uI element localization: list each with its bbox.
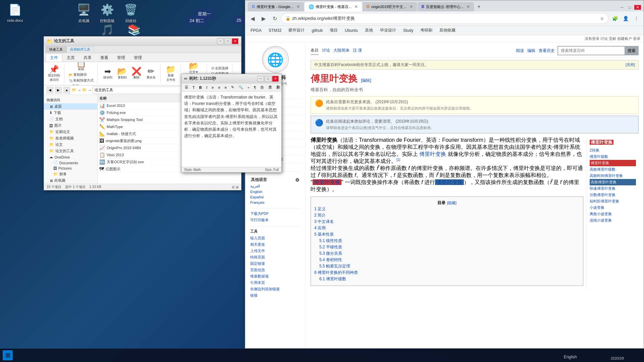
select-all-button[interactable]: ☑ 全部选择 [210, 66, 229, 71]
desktop-icon-mypc[interactable]: 🖥️ 此电脑 [74, 2, 94, 23]
sidebar-item-videos[interactable]: 📁 发老师视频 [44, 135, 97, 141]
right-link-10[interactable]: 离散小波变换 [590, 211, 636, 217]
print-button[interactable]: 可打印版本 [250, 217, 300, 223]
sidebar-link-7[interactable]: 维基数据项 [250, 273, 300, 280]
sidebar-item-pictures[interactable]: 🖼 图片 [44, 122, 97, 129]
toc-item-5-3[interactable]: 5.3 微分关系 [314, 250, 580, 257]
te-maximize-button[interactable]: □ [265, 76, 271, 82]
sidebar-item-thispc[interactable]: 🖥 此电脑 [44, 177, 97, 184]
paste-button[interactable]: 📋 粘贴 [74, 62, 88, 72]
lang-english[interactable]: English [250, 189, 300, 194]
bm-study[interactable]: Study [400, 27, 416, 34]
bm-project[interactable]: 项目 [327, 27, 340, 34]
ribbon-tab-view[interactable]: 查看 [96, 54, 113, 62]
te-edit-button[interactable]: ✎ [229, 84, 236, 90]
copy-path-button[interactable]: 📂 复制路径 [68, 72, 95, 77]
right-link-6[interactable]: 快速傅里叶变换 [590, 185, 636, 192]
toc-item-5-5[interactable]: 5.5 帕塞瓦尔定理 [314, 263, 580, 269]
desktop-icon-controlpanel[interactable]: ⚙️ 控制面板 [97, 2, 117, 23]
toc-item-1[interactable]: 1 定义 [314, 206, 580, 212]
pdf-button[interactable]: 下载为PDF [250, 210, 300, 217]
sidebar-link-5[interactable]: 固定链接 [250, 260, 300, 267]
tab-article[interactable]: 条目 [311, 47, 319, 55]
tab-lang[interactable]: 汉 漢 [353, 47, 362, 55]
back-button[interactable]: ◀ [47, 87, 53, 94]
te-div-button[interactable]: ÷ [246, 85, 251, 90]
browser-tab-baidu[interactable]: B 百度智能云-管理中心... ✕ [418, 2, 474, 11]
ribbon-tab-manage2[interactable]: 管理 [129, 54, 146, 62]
google-tab-close[interactable]: ✕ [297, 4, 300, 9]
pin-button[interactable]: 📌 固定到快速访问 [47, 65, 61, 83]
new-tab-button[interactable]: + [475, 2, 483, 11]
toc-item-5[interactable]: 5 基本性质 [314, 231, 580, 238]
te-para-button[interactable]: ¶ [252, 85, 258, 90]
bm-fpga[interactable]: FPGA [248, 27, 264, 34]
start-button[interactable]: ⊞ [3, 350, 13, 360]
sidebar-item-documents[interactable]: 📄 文档 [44, 116, 97, 122]
extensions-button[interactable]: 🧩 [610, 14, 620, 23]
browser-minimize[interactable]: ─ [619, 5, 625, 10]
close-button[interactable]: ✕ [232, 38, 238, 44]
sidebar-item-onedrive[interactable]: ☁ OneDrive [44, 154, 97, 160]
sidebar-link-9[interactable]: 在侧边列添加链接 [250, 286, 300, 292]
wiki-search-button[interactable]: 搜索 [625, 46, 638, 55]
te-bold-button[interactable]: B [198, 85, 204, 90]
right-link-7[interactable]: 分数傅里叶变换 [590, 192, 636, 198]
fourier-link-3[interactable]: 傅里叶变换 [435, 179, 464, 185]
ribbon-tab-manage1[interactable]: 管理 [113, 54, 129, 62]
te-align-button[interactable]: ≡ [210, 85, 215, 90]
bm-ubuntu[interactable]: Ubuntu [342, 27, 361, 34]
text-editor-content[interactable]: 傅里叶变换（法语：Transformation de fourier、英语：Fo… [181, 92, 281, 167]
sidebar-item-onedocs[interactable]: 📄 Documents [44, 160, 97, 166]
toc-item-6-1[interactable]: 6.1 傅里叶级数 [314, 276, 580, 282]
fourier-link-2[interactable]: 傅里叶变换 [313, 179, 341, 185]
wiki-tab-close[interactable]: ✕ [355, 4, 358, 9]
ribbon-tab-home[interactable]: 主页 [62, 54, 79, 62]
banner-close[interactable]: [关闭] [626, 62, 635, 67]
sidebar-item-finance[interactable]: 📁 财务 [44, 171, 97, 177]
tab-history[interactable]: 查看历史 [539, 47, 555, 55]
bm-exam[interactable]: 考研刷 [418, 27, 435, 34]
right-link-8[interactable]: 短时距傅里叶变换 [590, 198, 636, 204]
sidebar-link-10[interactable]: 链接 [250, 292, 300, 299]
sidebar-item-downloads[interactable]: ⬇ 下载 [44, 110, 97, 116]
te-list-button[interactable]: ≡ [223, 85, 228, 90]
toc-item-6[interactable]: 6 傅里叶变换的不同种类 [314, 269, 580, 276]
te-close-button[interactable]: ✕ [272, 76, 279, 82]
browser-tab-wiki[interactable]: 🌐 傅里叶变换 - 维基百... ✕ [305, 2, 362, 11]
wiki-search-input[interactable] [558, 46, 625, 55]
browser-tab-origin[interactable]: O origin2019官方中文... ✕ [363, 2, 417, 11]
lang-arabic[interactable]: العربية [250, 183, 300, 189]
te-menu-button[interactable]: ☰ [183, 84, 190, 90]
refresh-button[interactable]: ↻ [270, 14, 279, 23]
tab-read[interactable]: 阅读 [516, 47, 524, 55]
profile-button[interactable]: 👤 [621, 14, 630, 23]
right-link-11[interactable]: 连续小波变换 [590, 217, 636, 224]
sidebar-link-6[interactable]: 页面信息 [250, 267, 300, 273]
rename-button[interactable]: ✏ 重命名 [144, 67, 158, 80]
bm-thesis[interactable]: 毕业设计 [377, 27, 399, 34]
sidebar-item-onepics[interactable]: 🖼 Pictures [44, 166, 97, 171]
te-italic-button[interactable]: I [205, 85, 209, 90]
browser-tab-google[interactable]: G 傅里叶变换 - Google... ✕ [248, 2, 304, 11]
toc-item-5-4[interactable]: 5.4 卷积特性 [314, 257, 580, 263]
toc-item-4[interactable]: 4 应用 [314, 225, 580, 231]
sidebar-link-2[interactable]: 相关更改 [250, 241, 300, 248]
te-merge-button[interactable]: 合 [259, 84, 266, 90]
toc-item-3[interactable]: 3 中文译名 [314, 219, 580, 225]
app-tools-tab[interactable]: 应用程序工具 [66, 46, 94, 53]
list-view-button[interactable]: ☰ [232, 185, 235, 189]
origin-tab-close[interactable]: ✕ [410, 4, 413, 9]
settings-button[interactable]: ⋮ [632, 14, 641, 23]
baidu-tab-close[interactable]: ✕ [467, 4, 470, 9]
tab-edit[interactable]: 编辑 [527, 47, 535, 55]
sidebar-item-paper[interactable]: 📁 论文 [44, 141, 97, 148]
right-link-4[interactable]: 高散时间傅里叶变换 [590, 173, 636, 179]
right-link-0[interactable]: Z转换 [590, 147, 636, 154]
te-del-button[interactable]: 删 [275, 84, 282, 90]
desktop-icon-note[interactable]: 📄 note.docx [2, 2, 29, 22]
tab-simplified[interactable]: 大陆简体 [333, 47, 350, 55]
bm-stm32[interactable]: STM32 [266, 27, 284, 34]
lang-gear-icon[interactable]: ⚙ [295, 177, 300, 183]
paste-path-button[interactable]: 📎 粘贴快捷方式 [68, 78, 95, 83]
